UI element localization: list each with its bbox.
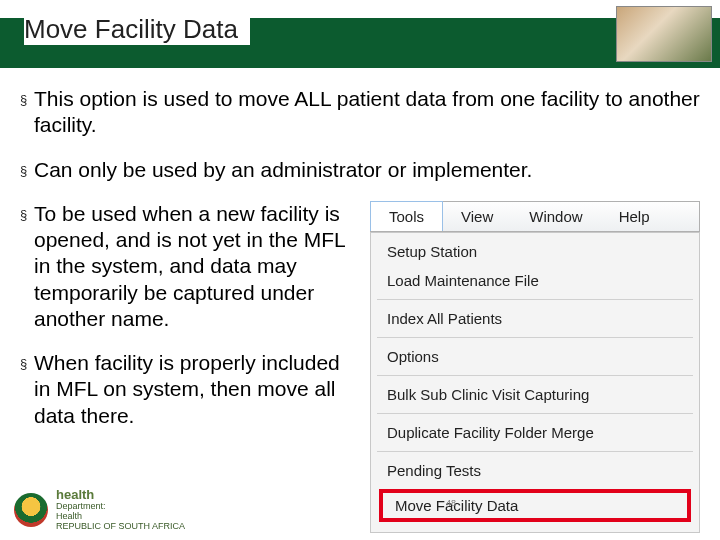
menu-duplicate-merge[interactable]: Duplicate Facility Folder Merge (371, 418, 699, 447)
left-bullets: § To be used when a new facility is open… (20, 201, 358, 447)
menu-separator (377, 413, 693, 414)
menu-view[interactable]: View (443, 202, 511, 231)
highlighted-menu-item: Move Facility Data (379, 489, 691, 522)
bullet-marker-icon: § (20, 86, 34, 139)
page-number: 48 (446, 498, 456, 508)
department-text: health Department: Health REPUBLIC OF SO… (56, 488, 185, 532)
bullet-3-text: To be used when a new facility is opened… (34, 201, 358, 332)
bullet-3: § To be used when a new facility is open… (20, 201, 358, 332)
dept-health: health (56, 488, 185, 502)
content-area: § This option is used to move ALL patien… (0, 68, 720, 183)
bullet-4: § When facility is properly included in … (20, 350, 358, 429)
slide-header: Move Facility Data (0, 0, 720, 68)
bullet-marker-icon: § (20, 201, 34, 332)
menu-bulk-sub[interactable]: Bulk Sub Clinic Visit Capturing (371, 380, 699, 409)
menu-separator (377, 299, 693, 300)
bullet-2-text: Can only be used by an administrator or … (34, 157, 532, 183)
menu-setup-station[interactable]: Setup Station (371, 237, 699, 266)
bullet-2: § Can only be used by an administrator o… (20, 157, 700, 183)
dept-line3: REPUBLIC OF SOUTH AFRICA (56, 522, 185, 532)
menu-pending-tests[interactable]: Pending Tests (371, 456, 699, 485)
bullet-1: § This option is used to move ALL patien… (20, 86, 700, 139)
menu-separator (377, 451, 693, 452)
menu-index-all[interactable]: Index All Patients (371, 304, 699, 333)
bullet-4-text: When facility is properly included in MF… (34, 350, 358, 429)
menu-separator (377, 375, 693, 376)
slide-title: Move Facility Data (24, 14, 250, 45)
menu-separator (377, 337, 693, 338)
menu-move-facility[interactable]: Move Facility Data (383, 493, 687, 518)
lower-row: § To be used when a new facility is open… (0, 201, 720, 533)
menu-tools[interactable]: Tools (370, 201, 443, 231)
menu-bar: Tools View Window Help (370, 201, 700, 232)
coat-of-arms-icon (14, 493, 48, 527)
header-photo (616, 6, 712, 62)
menu-help[interactable]: Help (601, 202, 668, 231)
menu-window[interactable]: Window (511, 202, 600, 231)
footer-logo-block: health Department: Health REPUBLIC OF SO… (14, 488, 185, 532)
menu-screenshot: Tools View Window Help Setup Station Loa… (370, 201, 700, 533)
menu-load-maintenance[interactable]: Load Maintenance File (371, 266, 699, 295)
menu-options[interactable]: Options (371, 342, 699, 371)
bullet-1-text: This option is used to move ALL patient … (34, 86, 700, 139)
bullet-marker-icon: § (20, 350, 34, 429)
bullet-marker-icon: § (20, 157, 34, 183)
tools-dropdown: Setup Station Load Maintenance File Inde… (370, 232, 700, 533)
